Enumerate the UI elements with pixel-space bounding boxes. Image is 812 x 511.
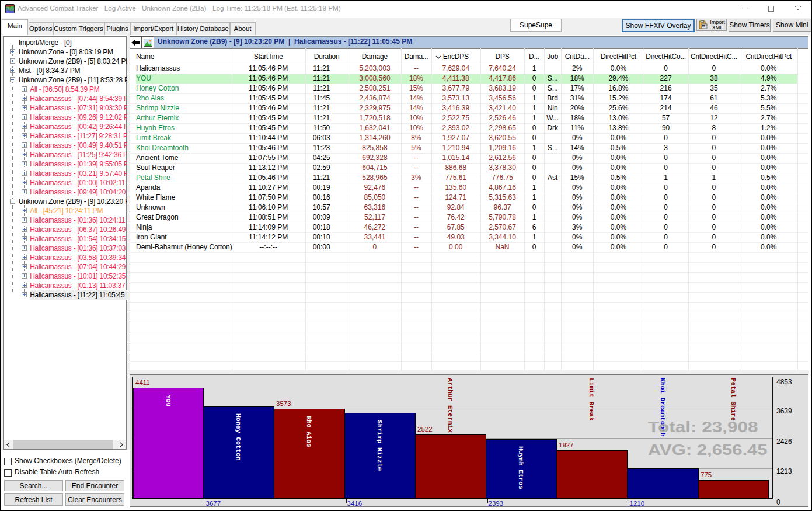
svg-text:ACT: ACT bbox=[6, 7, 15, 11]
